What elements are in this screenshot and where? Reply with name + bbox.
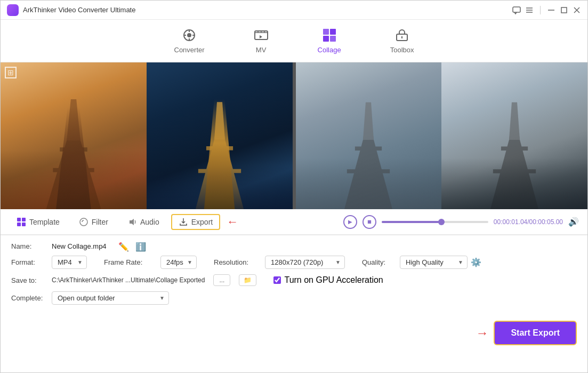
resolution-select[interactable]: 1280x720 (720p) 1920x1080 (1080p) 3840x2… <box>265 256 345 269</box>
svg-rect-23 <box>60 147 87 152</box>
add-photo-1-icon[interactable]: ⊞ <box>5 67 17 78</box>
folder-button[interactable]: 📁 <box>239 274 256 286</box>
preview-right <box>296 62 588 209</box>
tab-export[interactable]: Export <box>171 214 220 230</box>
photo-panel-3[interactable] <box>296 62 442 209</box>
preview-left: ⊞ <box>1 62 293 209</box>
start-export-arrow: → <box>476 326 488 340</box>
saveto-label: Save to: <box>11 276 43 284</box>
quality-select-wrapper: High Quality Medium Quality Low Quality … <box>400 256 468 269</box>
stop-button[interactable]: ⏹ <box>363 215 376 229</box>
settings-button[interactable] <box>525 6 534 14</box>
tab-template-label: Template <box>29 218 60 226</box>
maximize-button[interactable] <box>560 6 568 14</box>
resolution-select-wrapper: 1280x720 (720p) 1920x1080 (1080p) 3840x2… <box>265 256 345 269</box>
message-button[interactable] <box>512 6 521 14</box>
tab-filter-label: Filter <box>92 218 108 226</box>
nav-mv-label: MV <box>256 46 267 54</box>
titlebar-separator <box>540 6 541 14</box>
saveto-row: Save to: C:\ArkThinker\ArkThinker ...Ult… <box>11 274 577 286</box>
framerate-select[interactable]: 24fps 30fps 60fps <box>160 256 197 269</box>
svg-point-9 <box>187 33 191 37</box>
playback-controls: ▶ ⏹ 00:00:01.04/00:00:05.00 🔊 <box>343 215 579 229</box>
framerate-select-wrapper: 24fps 30fps 60fps ▼ <box>160 256 197 269</box>
navbar: Converter MV Collage <box>1 20 587 62</box>
svg-marker-22 <box>67 99 80 140</box>
gpu-acceleration-label: Turn on GPU Acceleration <box>273 275 383 285</box>
name-info-icon[interactable]: ℹ️ <box>135 242 144 250</box>
gpu-acceleration-text: Turn on GPU Acceleration <box>284 275 383 285</box>
time-total: 00:00:05.00 <box>529 218 563 226</box>
svg-marker-41 <box>130 219 134 225</box>
name-edit-icon[interactable]: ✏️ <box>118 242 127 250</box>
name-row: Name: New Collage.mp4 ✏️ ℹ️ <box>11 242 577 250</box>
preview-area: ⊞ <box>1 62 587 209</box>
nav-collage-label: Collage <box>318 46 341 54</box>
app-icon <box>7 4 19 16</box>
nav-toolbox-label: Toolbox <box>390 46 414 54</box>
tab-audio-label: Audio <box>140 218 159 226</box>
progress-track[interactable] <box>382 221 488 223</box>
window-controls <box>512 6 581 14</box>
gpu-acceleration-checkbox[interactable] <box>273 276 281 284</box>
format-row: Format: MP4 MOV AVI ▼ Frame Rate: 24fps … <box>11 256 577 269</box>
app-title: ArkThinker Video Converter Ultimate <box>23 6 512 14</box>
svg-marker-30 <box>363 102 374 139</box>
format-label: Format: <box>11 258 43 266</box>
svg-rect-15 <box>323 29 329 35</box>
time-display: 00:00:01.04/00:00:05.00 <box>494 218 563 226</box>
settings-panel: Name: New Collage.mp4 ✏️ ℹ️ Format: MP4 … <box>1 235 587 316</box>
quality-wrapper: High Quality Medium Quality Low Quality … <box>400 256 481 269</box>
time-current: 00:00:01.04 <box>494 218 527 226</box>
svg-rect-40 <box>22 223 26 226</box>
complete-row: Complete: Open output folder Do nothing … <box>11 291 577 305</box>
export-arrow-indicator: ← <box>227 215 238 229</box>
svg-rect-17 <box>323 36 329 42</box>
volume-icon[interactable]: 🔊 <box>568 217 579 227</box>
progress-fill <box>382 221 440 223</box>
svg-rect-27 <box>206 146 233 150</box>
tab-template[interactable]: Template <box>9 214 67 230</box>
nav-converter[interactable]: Converter <box>166 23 213 58</box>
progress-thumb <box>438 219 445 225</box>
complete-select-wrapper: Open output folder Do nothing Shut down … <box>52 291 169 305</box>
quality-label: Quality: <box>362 258 391 266</box>
nav-toolbox[interactable]: Toolbox <box>382 23 423 58</box>
tab-export-label: Export <box>191 218 213 226</box>
complete-select[interactable]: Open output folder Do nothing Shut down … <box>52 291 169 305</box>
name-label: Name: <box>11 242 43 250</box>
start-export-button[interactable]: Start Export <box>494 321 577 345</box>
saveto-path: C:\ArkThinker\ArkThinker ...Ultimate\Col… <box>52 276 205 284</box>
name-value: New Collage.mp4 <box>52 242 107 250</box>
svg-rect-31 <box>355 146 382 150</box>
quality-select[interactable]: High Quality Medium Quality Low Quality <box>400 256 468 269</box>
tab-audio[interactable]: Audio <box>120 214 167 230</box>
format-select-wrapper: MP4 MOV AVI ▼ <box>52 256 87 269</box>
complete-label: Complete: <box>11 294 43 302</box>
titlebar: ArkThinker Video Converter Ultimate <box>1 1 587 20</box>
nav-collage[interactable]: Collage <box>309 23 350 58</box>
photo-panel-4[interactable] <box>441 62 587 209</box>
minimize-button[interactable] <box>547 6 555 14</box>
quality-gear-icon[interactable]: ⚙️ <box>471 257 481 267</box>
export-area: → Start Export <box>1 316 587 351</box>
close-button[interactable] <box>573 6 581 14</box>
tab-bar: Template Filter Audio Export ← <box>1 209 587 235</box>
svg-rect-37 <box>17 218 21 221</box>
nav-converter-label: Converter <box>174 46 205 54</box>
framerate-label: Frame Rate: <box>104 258 152 266</box>
svg-rect-18 <box>330 36 336 42</box>
svg-rect-16 <box>330 29 336 35</box>
play-button[interactable]: ▶ <box>343 215 357 229</box>
format-select[interactable]: MP4 MOV AVI <box>52 256 87 269</box>
app-window: ArkThinker Video Converter Ultimate <box>0 0 588 373</box>
photo-panel-1[interactable]: ⊞ <box>1 62 147 209</box>
photo-panel-2[interactable] <box>147 62 293 209</box>
tab-filter[interactable]: Filter <box>71 214 116 230</box>
svg-marker-34 <box>509 102 520 139</box>
browse-button[interactable]: ... <box>213 274 230 286</box>
svg-rect-39 <box>17 223 21 226</box>
svg-rect-5 <box>561 7 567 13</box>
nav-mv[interactable]: MV <box>245 23 277 58</box>
svg-rect-38 <box>22 218 26 221</box>
